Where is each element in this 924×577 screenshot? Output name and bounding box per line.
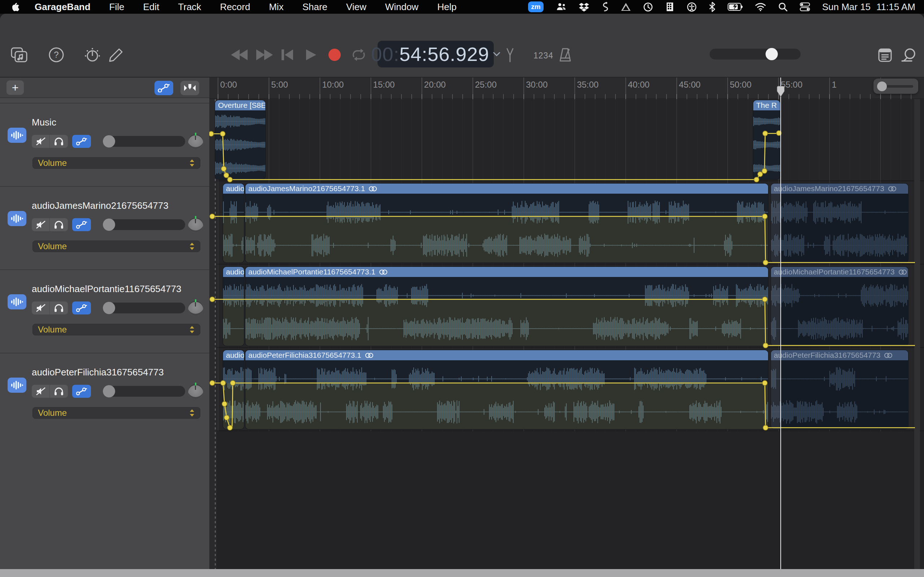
region-name[interactable]: The R	[753, 100, 780, 110]
cycle-button[interactable]	[351, 48, 367, 62]
audio-region[interactable]: audio	[223, 267, 244, 346]
wifi-icon[interactable]	[755, 2, 766, 12]
track-icon[interactable]	[8, 377, 26, 393]
menu-item-mix[interactable]: Mix	[269, 2, 283, 13]
pan-knob[interactable]	[188, 301, 203, 316]
track-automation-button[interactable]	[72, 135, 91, 148]
audio-region[interactable]: Overture [S8EB	[215, 100, 265, 179]
region-name[interactable]: audioJamesMarino21675654773	[771, 184, 908, 193]
fast-forward-button[interactable]	[255, 49, 274, 61]
audio-region[interactable]: audioPeterFilichia31675654773	[771, 350, 908, 429]
track-volume-knob[interactable]	[103, 135, 115, 148]
battery-icon[interactable]	[728, 2, 743, 12]
track-lane[interactable]	[209, 98, 924, 180]
mute-button[interactable]	[32, 135, 50, 148]
menu-clock[interactable]: Sun Mar 1511:15 AM	[822, 2, 915, 13]
add-track-button[interactable]: +	[6, 81, 24, 95]
region-name[interactable]: Overture [S8EB	[215, 100, 265, 110]
horizontal-zoom-slider[interactable]	[874, 79, 918, 94]
audio-region[interactable]: audioJamesMarino21675654773.1	[246, 184, 768, 263]
mute-button[interactable]	[32, 218, 50, 231]
rewind-button[interactable]	[230, 49, 249, 61]
region-name[interactable]: audio	[223, 267, 244, 277]
region-name[interactable]: audioMichaelPortantie11675654773.1	[246, 267, 768, 277]
audio-region[interactable]: audioMichaelPortantie11675654773.1	[246, 267, 768, 346]
spotlight-icon[interactable]	[778, 2, 788, 12]
metronome-icon[interactable]	[558, 47, 573, 63]
show-automation-button[interactable]	[155, 81, 173, 95]
media-browser-icon[interactable]	[11, 47, 28, 62]
master-volume-knob[interactable]	[766, 48, 778, 60]
track-name[interactable]: audioMichaelPortantie11675654773	[32, 284, 181, 295]
catch-playhead-button[interactable]	[181, 81, 199, 95]
mute-button[interactable]	[32, 385, 50, 398]
master-volume-slider[interactable]	[709, 49, 801, 60]
region-waveform[interactable]	[771, 193, 908, 263]
region-name[interactable]: audioPeterFilichia31675654773.1	[246, 350, 768, 360]
apple-menu-icon[interactable]	[11, 2, 22, 11]
track-icon[interactable]	[8, 128, 26, 143]
region-name[interactable]: audioJamesMarino21675654773.1	[246, 184, 768, 193]
menu-item-window[interactable]: Window	[385, 2, 418, 13]
go-to-beginning-button[interactable]	[281, 49, 294, 61]
region-waveform[interactable]	[246, 193, 768, 263]
audio-region[interactable]: audioJamesMarino21675654773	[771, 184, 908, 263]
control-center-icon[interactable]	[800, 2, 810, 12]
menu-item-view[interactable]: View	[346, 2, 366, 13]
mute-button[interactable]	[32, 301, 50, 314]
vpn-triangle-icon[interactable]	[621, 2, 631, 12]
solo-button[interactable]	[50, 301, 68, 314]
lcd-display[interactable]: 00: 54:56.929	[378, 41, 494, 68]
track-volume-knob[interactable]	[103, 302, 115, 314]
track-volume-slider[interactable]	[103, 303, 185, 313]
track-automation-button[interactable]	[72, 385, 91, 398]
quick-help-icon[interactable]: ?	[48, 47, 64, 63]
record-button[interactable]	[328, 48, 341, 62]
play-button[interactable]	[305, 49, 317, 61]
hook-icon[interactable]	[601, 2, 609, 12]
region-waveform[interactable]	[215, 110, 265, 179]
notepad-icon[interactable]	[878, 48, 892, 62]
menu-item-share[interactable]: Share	[302, 2, 327, 13]
menu-item-track[interactable]: Track	[178, 2, 201, 13]
automation-parameter-dropdown[interactable]: Volume	[32, 324, 200, 335]
track-volume-knob[interactable]	[103, 219, 115, 231]
solo-button[interactable]	[50, 135, 68, 148]
track-volume-slider[interactable]	[103, 386, 185, 397]
users-icon[interactable]	[556, 2, 567, 12]
keyboard-grid-icon[interactable]	[665, 2, 675, 12]
region-name[interactable]: audio	[223, 350, 244, 360]
playhead-line[interactable]	[780, 77, 781, 569]
pan-knob[interactable]	[188, 218, 203, 233]
playhead-pin[interactable]	[776, 86, 785, 97]
solo-button[interactable]	[50, 218, 68, 231]
count-in-button[interactable]: 1234	[533, 51, 553, 61]
time-machine-icon[interactable]	[643, 2, 653, 12]
track-automation-button[interactable]	[72, 218, 91, 231]
track-volume-slider[interactable]	[103, 136, 185, 147]
region-name[interactable]: audioPeterFilichia31675654773	[771, 350, 908, 360]
audio-region[interactable]: The R	[753, 100, 780, 179]
region-waveform[interactable]	[223, 277, 244, 346]
pan-knob[interactable]	[188, 384, 203, 399]
track-automation-button[interactable]	[72, 301, 91, 314]
menu-item-file[interactable]: File	[109, 2, 124, 13]
tuner-icon[interactable]	[84, 47, 101, 63]
track-volume-knob[interactable]	[103, 385, 115, 397]
dropbox-icon[interactable]	[579, 2, 589, 12]
menu-item-record[interactable]: Record	[220, 2, 250, 13]
region-waveform[interactable]	[771, 277, 908, 346]
tuning-fork-icon[interactable]	[504, 47, 517, 63]
region-waveform[interactable]	[246, 277, 768, 346]
loop-browser-icon[interactable]	[901, 48, 918, 62]
region-waveform[interactable]	[223, 193, 244, 263]
track-name[interactable]: Music	[32, 117, 56, 128]
track-volume-slider[interactable]	[103, 219, 185, 230]
lcd-chevron-down-icon[interactable]	[493, 52, 500, 56]
track-name[interactable]: audioJamesMarino21675654773	[32, 200, 168, 211]
audio-region[interactable]: audio	[223, 184, 244, 263]
track-name[interactable]: audioPeterFilichia31675654773	[32, 367, 164, 378]
track-icon[interactable]	[8, 211, 26, 226]
empty-timeline-area[interactable]	[209, 431, 924, 569]
scrollbar-gutter[interactable]	[914, 99, 920, 569]
